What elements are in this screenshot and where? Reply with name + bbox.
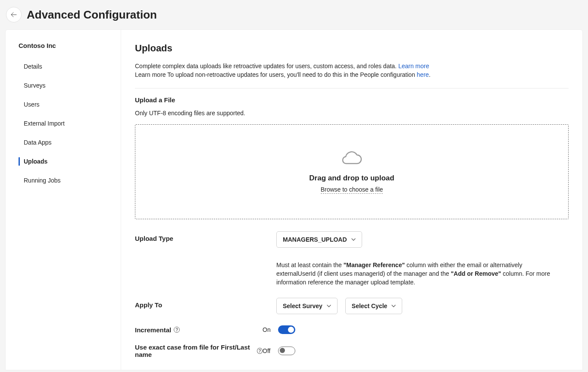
exact-case-label: Use exact case from file for First/Last … (135, 344, 254, 358)
select-survey-label: Select Survey (283, 303, 322, 309)
helper-b1: "Manager Reference" (344, 262, 405, 268)
intro-prefix-2: Learn more To upload non-retroactive upd… (135, 71, 417, 78)
dropzone-title: Drag and drop to upload (309, 174, 394, 183)
sidebar-item-users[interactable]: Users (6, 95, 121, 114)
intro-line-2: Learn more To upload non-retroactive upd… (135, 70, 569, 79)
upload-file-heading: Upload a File (135, 96, 569, 104)
upload-type-select[interactable]: MANAGERS_UPLOAD (276, 231, 362, 248)
helper-p1: Must at least contain the (276, 262, 344, 268)
dropzone[interactable]: Drag and drop to upload Browse to choose… (135, 124, 569, 219)
learn-more-link[interactable]: Learn more (398, 63, 429, 69)
help-icon[interactable]: ? (257, 348, 263, 354)
intro-prefix-1: Complete complex data uploads like retro… (135, 63, 398, 69)
sidebar: Contoso Inc Details Surveys Users Extern… (6, 30, 121, 370)
sidebar-item-surveys[interactable]: Surveys (6, 76, 121, 95)
sidebar-item-data-apps[interactable]: Data Apps (6, 133, 121, 152)
chevron-down-icon (327, 305, 331, 307)
arrow-left-icon (10, 11, 17, 18)
intro-line-1: Complete complex data uploads like retro… (135, 62, 569, 70)
exact-case-state: Off (263, 347, 273, 354)
cloud-icon (341, 150, 362, 167)
sidebar-item-external-import[interactable]: External Import (6, 114, 121, 133)
exact-case-toggle[interactable] (278, 347, 295, 355)
upload-type-value: MANAGERS_UPLOAD (283, 236, 347, 243)
helper-b2: "Add or Remove" (451, 270, 501, 277)
incremental-state: On (263, 326, 273, 333)
apply-to-label: Apply To (135, 298, 276, 309)
sidebar-company: Contoso Inc (6, 42, 121, 57)
upload-type-helper: Must at least contain the "Manager Refer… (276, 261, 552, 287)
incremental-toggle[interactable] (278, 325, 295, 334)
back-button[interactable] (6, 7, 22, 22)
sidebar-item-running-jobs[interactable]: Running Jobs (6, 171, 121, 190)
help-icon[interactable]: ? (174, 327, 180, 333)
chevron-down-icon (391, 305, 396, 307)
section-title: Uploads (135, 43, 569, 54)
intro-suffix-2: . (429, 71, 431, 78)
upload-type-label: Upload Type (135, 231, 276, 242)
sidebar-item-details[interactable]: Details (6, 57, 121, 76)
sidebar-item-uploads[interactable]: Uploads (6, 152, 121, 171)
select-cycle-label: Select Cycle (352, 303, 388, 309)
main-content: Uploads Complete complex data uploads li… (121, 30, 582, 370)
chevron-down-icon (351, 238, 356, 241)
browse-link[interactable]: Browse to choose a file (321, 186, 383, 194)
page-title: Advanced Configuration (27, 8, 157, 22)
incremental-label: Incremental (135, 326, 171, 334)
divider (135, 88, 569, 88)
select-cycle-button[interactable]: Select Cycle (345, 298, 403, 314)
here-link[interactable]: here (417, 71, 429, 78)
select-survey-button[interactable]: Select Survey (276, 298, 338, 314)
encoding-note: Only UTF-8 encoding files are supported. (135, 110, 569, 117)
